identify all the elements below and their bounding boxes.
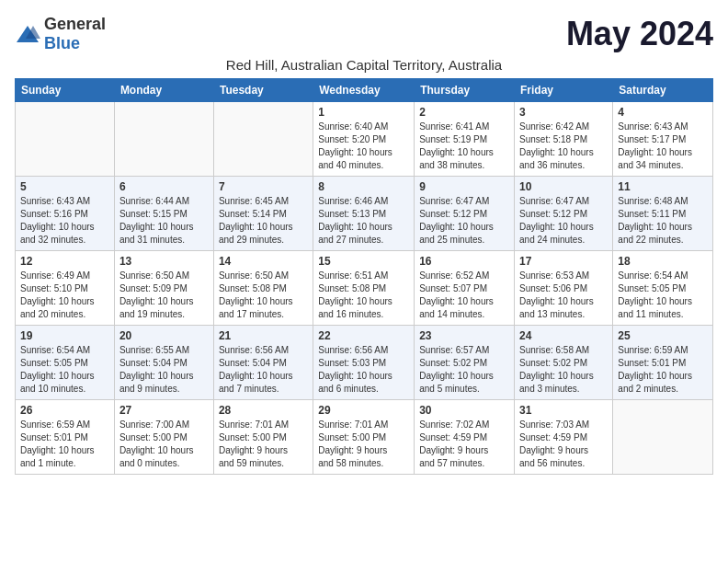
logo: General Blue [15, 15, 106, 53]
day-info: Sunrise: 6:42 AMSunset: 5:18 PMDaylight:… [519, 121, 608, 172]
day-info: Sunrise: 6:47 AMSunset: 5:12 PMDaylight:… [419, 195, 509, 247]
day-info: Sunrise: 7:01 AMSunset: 5:00 PMDaylight:… [318, 419, 409, 470]
day-info: Sunrise: 7:03 AMSunset: 4:59 PMDaylight:… [519, 419, 608, 470]
calendar-day-cell: 20Sunrise: 6:55 AMSunset: 5:04 PMDayligh… [114, 326, 213, 400]
month-year-title: May 2024 [566, 15, 713, 53]
calendar-day-cell [213, 102, 313, 177]
day-number: 30 [419, 404, 509, 417]
day-info: Sunrise: 6:49 AMSunset: 5:10 PMDaylight:… [20, 270, 109, 321]
day-number: 20 [119, 329, 209, 342]
calendar-day-cell: 29Sunrise: 7:01 AMSunset: 5:00 PMDayligh… [313, 400, 415, 475]
day-number: 10 [519, 180, 608, 193]
day-number: 3 [519, 106, 608, 119]
day-number: 17 [519, 255, 608, 268]
day-info: Sunrise: 6:56 AMSunset: 5:04 PMDaylight:… [219, 344, 308, 396]
weekday-header-thursday: Thursday [415, 79, 515, 102]
calendar-day-cell: 13Sunrise: 6:50 AMSunset: 5:09 PMDayligh… [114, 251, 213, 326]
day-info: Sunrise: 6:54 AMSunset: 5:05 PMDaylight:… [20, 344, 109, 396]
day-number: 8 [318, 180, 409, 193]
day-number: 9 [419, 180, 509, 193]
weekday-header-tuesday: Tuesday [213, 79, 313, 102]
calendar-day-cell: 16Sunrise: 6:52 AMSunset: 5:07 PMDayligh… [415, 251, 515, 326]
calendar-day-cell: 31Sunrise: 7:03 AMSunset: 4:59 PMDayligh… [515, 400, 613, 475]
calendar-day-cell: 15Sunrise: 6:51 AMSunset: 5:08 PMDayligh… [313, 251, 415, 326]
calendar-day-cell: 28Sunrise: 7:01 AMSunset: 5:00 PMDayligh… [213, 400, 313, 475]
day-number: 7 [219, 180, 308, 193]
day-info: Sunrise: 6:48 AMSunset: 5:11 PMDaylight:… [618, 195, 708, 247]
day-number: 5 [20, 180, 109, 193]
day-number: 19 [20, 329, 109, 342]
calendar-day-cell [16, 102, 115, 177]
day-number: 2 [419, 106, 509, 119]
calendar-day-cell: 17Sunrise: 6:53 AMSunset: 5:06 PMDayligh… [515, 251, 613, 326]
day-number: 29 [318, 404, 409, 417]
calendar-day-cell: 21Sunrise: 6:56 AMSunset: 5:04 PMDayligh… [213, 326, 313, 400]
day-info: Sunrise: 6:58 AMSunset: 5:02 PMDaylight:… [519, 344, 608, 396]
calendar-day-cell: 25Sunrise: 6:59 AMSunset: 5:01 PMDayligh… [613, 326, 713, 400]
day-info: Sunrise: 6:46 AMSunset: 5:13 PMDaylight:… [318, 195, 409, 247]
weekday-header-monday: Monday [114, 79, 213, 102]
weekday-header-saturday: Saturday [613, 79, 713, 102]
day-info: Sunrise: 6:56 AMSunset: 5:03 PMDaylight:… [318, 344, 409, 396]
day-number: 27 [119, 404, 209, 417]
day-number: 28 [219, 404, 308, 417]
day-number: 6 [119, 180, 209, 193]
calendar-day-cell: 27Sunrise: 7:00 AMSunset: 5:00 PMDayligh… [114, 400, 213, 475]
calendar-day-cell: 10Sunrise: 6:47 AMSunset: 5:12 PMDayligh… [515, 177, 613, 251]
calendar-day-cell [114, 102, 213, 177]
weekday-header-friday: Friday [515, 79, 613, 102]
calendar-day-cell: 22Sunrise: 6:56 AMSunset: 5:03 PMDayligh… [313, 326, 415, 400]
logo-blue: Blue [44, 34, 80, 52]
logo-icon [15, 24, 40, 44]
calendar-day-cell: 11Sunrise: 6:48 AMSunset: 5:11 PMDayligh… [613, 177, 713, 251]
day-number: 31 [519, 404, 608, 417]
calendar-week-row: 19Sunrise: 6:54 AMSunset: 5:05 PMDayligh… [16, 326, 713, 400]
day-info: Sunrise: 6:43 AMSunset: 5:17 PMDaylight:… [618, 121, 708, 172]
calendar-week-row: 12Sunrise: 6:49 AMSunset: 5:10 PMDayligh… [16, 251, 713, 326]
calendar-week-row: 26Sunrise: 6:59 AMSunset: 5:01 PMDayligh… [16, 400, 713, 475]
day-info: Sunrise: 6:50 AMSunset: 5:09 PMDaylight:… [119, 270, 209, 321]
day-number: 13 [119, 255, 209, 268]
day-info: Sunrise: 6:51 AMSunset: 5:08 PMDaylight:… [318, 270, 409, 321]
calendar-day-cell: 14Sunrise: 6:50 AMSunset: 5:08 PMDayligh… [213, 251, 313, 326]
day-info: Sunrise: 6:41 AMSunset: 5:19 PMDaylight:… [419, 121, 509, 172]
day-info: Sunrise: 6:40 AMSunset: 5:20 PMDaylight:… [318, 121, 409, 172]
day-info: Sunrise: 7:02 AMSunset: 4:59 PMDaylight:… [419, 419, 509, 470]
weekday-header-sunday: Sunday [16, 79, 115, 102]
calendar-table: SundayMondayTuesdayWednesdayThursdayFrid… [15, 78, 713, 475]
logo-general: General [44, 15, 106, 33]
calendar-day-cell: 5Sunrise: 6:43 AMSunset: 5:16 PMDaylight… [16, 177, 115, 251]
calendar-day-cell: 7Sunrise: 6:45 AMSunset: 5:14 PMDaylight… [213, 177, 313, 251]
day-number: 22 [318, 329, 409, 342]
calendar-day-cell: 30Sunrise: 7:02 AMSunset: 4:59 PMDayligh… [415, 400, 515, 475]
day-number: 14 [219, 255, 308, 268]
calendar-day-cell: 6Sunrise: 6:44 AMSunset: 5:15 PMDaylight… [114, 177, 213, 251]
calendar-day-cell: 2Sunrise: 6:41 AMSunset: 5:19 PMDaylight… [415, 102, 515, 177]
day-info: Sunrise: 7:01 AMSunset: 5:00 PMDaylight:… [219, 419, 308, 470]
weekday-header-row: SundayMondayTuesdayWednesdayThursdayFrid… [16, 79, 713, 102]
day-number: 16 [419, 255, 509, 268]
day-number: 24 [519, 329, 608, 342]
day-info: Sunrise: 6:45 AMSunset: 5:14 PMDaylight:… [219, 195, 308, 247]
day-number: 23 [419, 329, 509, 342]
day-number: 15 [318, 255, 409, 268]
day-number: 12 [20, 255, 109, 268]
day-info: Sunrise: 6:52 AMSunset: 5:07 PMDaylight:… [419, 270, 509, 321]
weekday-header-wednesday: Wednesday [313, 79, 415, 102]
calendar-day-cell: 3Sunrise: 6:42 AMSunset: 5:18 PMDaylight… [515, 102, 613, 177]
day-info: Sunrise: 6:54 AMSunset: 5:05 PMDaylight:… [618, 270, 708, 321]
day-info: Sunrise: 6:59 AMSunset: 5:01 PMDaylight:… [618, 344, 708, 396]
day-number: 25 [618, 329, 708, 342]
day-info: Sunrise: 6:55 AMSunset: 5:04 PMDaylight:… [119, 344, 209, 396]
day-info: Sunrise: 6:57 AMSunset: 5:02 PMDaylight:… [419, 344, 509, 396]
calendar-day-cell: 8Sunrise: 6:46 AMSunset: 5:13 PMDaylight… [313, 177, 415, 251]
calendar-day-cell: 19Sunrise: 6:54 AMSunset: 5:05 PMDayligh… [16, 326, 115, 400]
calendar-week-row: 1Sunrise: 6:40 AMSunset: 5:20 PMDaylight… [16, 102, 713, 177]
calendar-day-cell: 4Sunrise: 6:43 AMSunset: 5:17 PMDaylight… [613, 102, 713, 177]
day-number: 18 [618, 255, 708, 268]
calendar-day-cell: 18Sunrise: 6:54 AMSunset: 5:05 PMDayligh… [613, 251, 713, 326]
day-info: Sunrise: 6:43 AMSunset: 5:16 PMDaylight:… [20, 195, 109, 247]
day-info: Sunrise: 6:50 AMSunset: 5:08 PMDaylight:… [219, 270, 308, 321]
day-number: 4 [618, 106, 708, 119]
calendar-day-cell: 12Sunrise: 6:49 AMSunset: 5:10 PMDayligh… [16, 251, 115, 326]
